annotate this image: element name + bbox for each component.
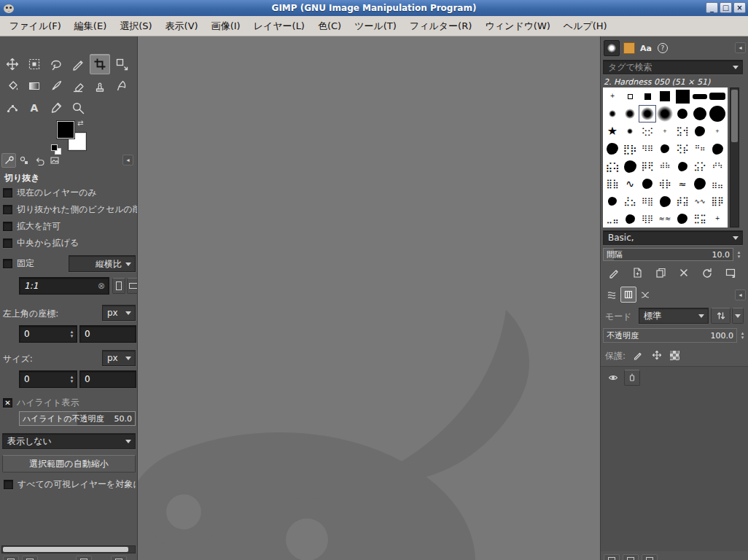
size-unit-dropdown[interactable]: px: [102, 350, 136, 366]
tool-eraser[interactable]: [68, 76, 88, 96]
tag-filter-input[interactable]: Basic,: [603, 230, 743, 245]
menu-colors[interactable]: 色(C): [311, 16, 348, 36]
menu-windows[interactable]: ウィンドウ(W): [478, 16, 557, 36]
new-brush-button[interactable]: [626, 264, 648, 281]
brush-item[interactable]: ⠛⠶: [691, 140, 709, 158]
brush-item[interactable]: ⣫⢺: [674, 122, 691, 140]
tab-tool-options[interactable]: [1, 153, 16, 168]
brush-item[interactable]: +: [656, 122, 674, 140]
layer-opacity-slider[interactable]: 不透明度 100.0: [603, 328, 737, 343]
menu-view[interactable]: 表示(V): [159, 16, 205, 36]
brush-item[interactable]: [621, 105, 639, 122]
clear-icon[interactable]: ⊗: [98, 281, 105, 291]
brush-item[interactable]: [621, 210, 639, 228]
maximize-button[interactable]: □: [720, 2, 732, 13]
menu-select[interactable]: 選択(S): [113, 16, 158, 36]
swap-colors-icon[interactable]: ⇄: [77, 120, 83, 127]
highlight-opacity-slider[interactable]: ハイライトの不透明度 50.0: [19, 411, 136, 426]
reset-tool-options-button[interactable]: [111, 556, 127, 560]
aspect-ratio-input[interactable]: 1:1 ⊗: [19, 277, 109, 295]
guides-dropdown[interactable]: 表示しない: [2, 433, 136, 449]
brush-item[interactable]: [674, 88, 691, 105]
tab-undo-history[interactable]: [32, 153, 47, 168]
autoshrink-button[interactable]: 選択範囲の自動縮小: [2, 455, 136, 472]
layer-visibility-toggle[interactable]: [605, 370, 621, 386]
tab-fonts[interactable]: Aa: [638, 40, 654, 56]
brush-item[interactable]: [656, 140, 674, 158]
brush-item[interactable]: +: [604, 88, 621, 105]
brush-item[interactable]: [621, 88, 639, 105]
brush-item[interactable]: ⣛⣭: [691, 210, 709, 228]
menu-tools[interactable]: ツール(T): [348, 16, 403, 36]
edit-brush-button[interactable]: [603, 264, 625, 281]
size-width-input[interactable]: 0 ▴ ▾: [19, 370, 77, 388]
expand-from-center-checkbox[interactable]: [3, 238, 12, 248]
tab-brushes[interactable]: [604, 40, 620, 56]
brush-item[interactable]: ⡿⢟: [639, 158, 656, 175]
tool-free-select[interactable]: [46, 54, 66, 74]
brush-item[interactable]: [604, 192, 621, 210]
brush-item[interactable]: +: [709, 122, 726, 140]
tab-pointer[interactable]: [47, 153, 62, 168]
delete-tool-preset-button[interactable]: [76, 556, 92, 560]
tool-move[interactable]: [2, 54, 23, 74]
brush-item[interactable]: [621, 158, 639, 175]
title-bar[interactable]: GIMP (GNU Image Manipulation Program) _ …: [0, 0, 748, 16]
brush-item[interactable]: [639, 88, 656, 105]
brush-item[interactable]: ⣮⢵: [604, 158, 621, 175]
layers-dock-menu-button[interactable]: ◂: [735, 289, 746, 300]
brush-item[interactable]: ★: [604, 122, 621, 140]
default-colors-icon[interactable]: [51, 144, 58, 151]
brush-item[interactable]: ⢾⡷: [656, 175, 674, 192]
lower-layer-button[interactable]: [642, 554, 658, 560]
menu-help[interactable]: ヘルプ(H): [557, 16, 614, 36]
brush-item[interactable]: ⣪⡕: [691, 158, 709, 175]
brush-item[interactable]: [604, 140, 621, 158]
brush-item[interactable]: [639, 175, 656, 192]
refresh-brushes-button[interactable]: [696, 264, 718, 281]
brush-item[interactable]: [674, 105, 691, 122]
save-tool-preset-button[interactable]: [3, 556, 19, 560]
brush-item[interactable]: [709, 88, 726, 105]
new-layer-button[interactable]: [604, 554, 620, 560]
tab-patterns[interactable]: [621, 40, 637, 56]
tab-device-status[interactable]: [17, 153, 31, 168]
spin-down-icon[interactable]: ▾: [738, 254, 741, 259]
spacing-spinner[interactable]: ▴ ▾: [735, 248, 743, 261]
brush-item[interactable]: [691, 175, 709, 192]
brush-item[interactable]: ⠿⣿: [639, 192, 656, 210]
tool-crop[interactable]: [90, 54, 110, 74]
menu-edit[interactable]: 編集(E): [68, 16, 113, 36]
menu-layer[interactable]: レイヤー(L): [247, 16, 311, 36]
tool-clone[interactable]: [90, 76, 110, 96]
tool-gradient[interactable]: [24, 76, 44, 96]
brush-item[interactable]: [639, 105, 656, 122]
tool-pencil-line[interactable]: [68, 54, 88, 74]
brush-item[interactable]: ⣟⡷: [621, 140, 639, 158]
brush-item[interactable]: [656, 88, 674, 105]
size-height-input[interactable]: 0: [79, 370, 136, 388]
brush-item[interactable]: ∿∿: [691, 192, 709, 210]
brush-item[interactable]: ⢝⡮: [674, 140, 691, 158]
lock-pixels-button[interactable]: [630, 347, 646, 363]
brush-item[interactable]: [674, 158, 691, 175]
tool-paths[interactable]: [2, 98, 23, 118]
menu-file[interactable]: ファイル(F): [3, 16, 68, 36]
menu-image[interactable]: 画像(I): [205, 16, 247, 36]
brush-item[interactable]: ≈: [674, 175, 691, 192]
tool-color-picker[interactable]: [46, 98, 66, 118]
brush-item[interactable]: ⣀⣤: [604, 210, 621, 228]
close-button[interactable]: ×: [733, 2, 746, 13]
size-width-spinner[interactable]: ▴ ▾: [68, 371, 76, 387]
position-x-spinner[interactable]: ▴ ▾: [68, 326, 76, 342]
spin-down-icon[interactable]: ▾: [741, 335, 744, 340]
brush-item[interactable]: ⡾⣽: [674, 192, 691, 210]
brush-item[interactable]: [656, 105, 674, 122]
fixed-mode-dropdown[interactable]: 縦横比: [69, 255, 136, 272]
brush-item[interactable]: ⣿⡿: [709, 192, 726, 210]
restore-tool-preset-button[interactable]: [22, 556, 38, 560]
brush-item[interactable]: [621, 122, 639, 140]
spin-down-icon[interactable]: ▾: [71, 379, 74, 384]
canvas-area[interactable]: [138, 36, 600, 560]
hscrollbar-thumb[interactable]: [3, 547, 128, 552]
